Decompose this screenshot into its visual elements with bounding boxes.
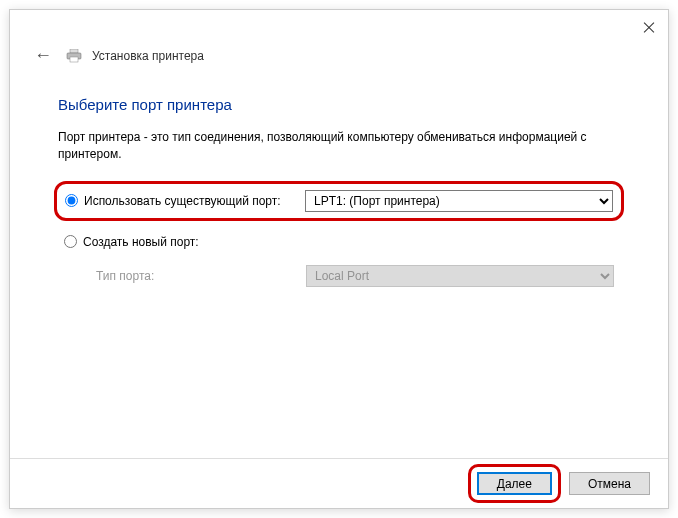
port-type-select: Local Port xyxy=(306,265,614,287)
printer-icon xyxy=(66,49,82,63)
option-use-existing-port: Использовать существующий порт: LPT1: (П… xyxy=(54,181,624,221)
svg-rect-2 xyxy=(70,57,78,62)
dialog-content: Выберите порт принтера Порт принтера - э… xyxy=(10,68,668,458)
svg-rect-0 xyxy=(70,49,78,53)
titlebar xyxy=(10,10,668,46)
close-icon[interactable] xyxy=(642,21,656,35)
radio-existing-label: Использовать существующий порт: xyxy=(84,194,281,208)
radio-new-port[interactable]: Создать новый порт: xyxy=(64,235,304,249)
port-type-label: Тип порта: xyxy=(96,269,306,283)
radio-existing-port[interactable]: Использовать существующий порт: xyxy=(65,194,305,208)
port-type-row: Тип порта: Local Port xyxy=(58,263,620,289)
page-heading: Выберите порт принтера xyxy=(58,96,620,113)
cancel-button[interactable]: Отмена xyxy=(569,472,650,495)
dialog-title: Установка принтера xyxy=(92,49,204,63)
radio-existing-input[interactable] xyxy=(65,194,78,207)
add-printer-dialog: ← Установка принтера Выберите порт принт… xyxy=(9,9,669,509)
radio-new-input[interactable] xyxy=(64,235,77,248)
option-create-new-port: Создать новый порт: xyxy=(58,231,620,253)
existing-port-select[interactable]: LPT1: (Порт принтера) xyxy=(305,190,613,212)
next-button[interactable]: Далее xyxy=(477,472,552,495)
dialog-footer: Далее Отмена xyxy=(10,458,668,508)
page-description: Порт принтера - это тип соединения, позв… xyxy=(58,129,620,163)
radio-new-label: Создать новый порт: xyxy=(83,235,199,249)
dialog-header: ← Установка принтера xyxy=(10,43,668,68)
back-arrow-icon[interactable]: ← xyxy=(30,43,56,68)
next-button-highlight: Далее xyxy=(468,464,561,503)
